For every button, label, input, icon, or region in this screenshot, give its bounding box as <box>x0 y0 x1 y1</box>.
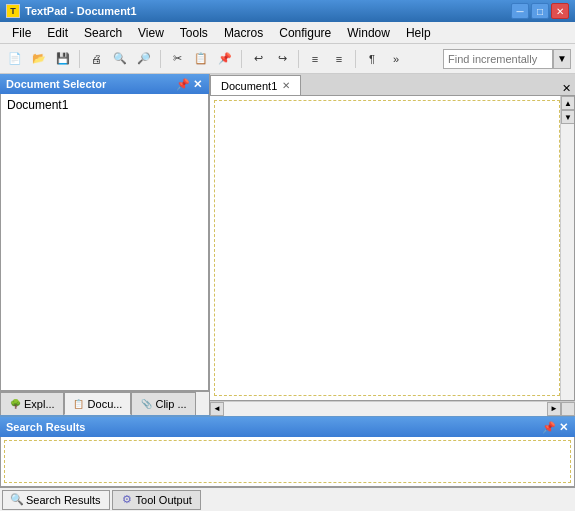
document-item[interactable]: Document1 <box>4 97 205 113</box>
tool-output-icon: ⚙ <box>121 494 133 506</box>
mark-button[interactable]: ¶ <box>361 48 383 70</box>
tab-tool-output[interactable]: ⚙ Tool Output <box>112 490 201 510</box>
tab-clipboard[interactable]: 📎 Clip ... <box>131 392 195 415</box>
app-icon: T <box>6 4 20 18</box>
save-button[interactable]: 💾 <box>52 48 74 70</box>
vertical-scrollbar[interactable]: ▲ ▼ <box>560 96 574 400</box>
menu-tools[interactable]: Tools <box>172 24 216 42</box>
minimize-button[interactable]: ─ <box>511 3 529 19</box>
pin-button[interactable]: 📌 <box>177 78 189 90</box>
explorer-icon: 🌳 <box>9 398 21 410</box>
more-button[interactable]: » <box>385 48 407 70</box>
copy-button[interactable]: 📋 <box>190 48 212 70</box>
toolbar-separator-3 <box>241 50 242 68</box>
h-scroll-track[interactable] <box>224 402 547 416</box>
main-area: Document Selector 📌 ✕ Document1 🌳 Expl..… <box>0 74 575 415</box>
close-button[interactable]: ✕ <box>551 3 569 19</box>
tab-clipboard-label: Clip ... <box>155 398 186 410</box>
print-preview-button[interactable]: 🔍 <box>109 48 131 70</box>
search-results-controls[interactable]: 📌 ✕ <box>543 421 569 433</box>
toolbar-separator-4 <box>298 50 299 68</box>
scroll-up-button[interactable]: ▲ <box>561 96 575 110</box>
window-title: TextPad - Document1 <box>25 5 137 17</box>
document-tabs: Document1 ✕ ✕ <box>210 74 575 96</box>
document-icon: 📋 <box>73 398 85 410</box>
align-right-button[interactable]: ≡ <box>328 48 350 70</box>
menu-help[interactable]: Help <box>398 24 439 42</box>
doc-tab-label: Document1 <box>221 80 277 92</box>
scroll-corner <box>561 402 575 416</box>
print-button[interactable]: 🖨 <box>85 48 107 70</box>
horizontal-scrollbar: ◄ ► <box>210 401 575 415</box>
right-panel: Document1 ✕ ✕ ▲ ▼ ◄ ► <box>210 74 575 415</box>
editor-area[interactable]: ▲ ▼ <box>210 96 575 401</box>
undo-button[interactable]: ↩ <box>247 48 269 70</box>
open-button[interactable]: 📂 <box>28 48 50 70</box>
tab-document-label: Docu... <box>88 398 123 410</box>
toolbar-separator-1 <box>79 50 80 68</box>
editor-margin <box>214 100 560 396</box>
tool-output-tab-label: Tool Output <box>136 494 192 506</box>
maximize-button[interactable]: □ <box>531 3 549 19</box>
doc-selector-content: Document1 <box>0 94 209 391</box>
menu-window[interactable]: Window <box>339 24 398 42</box>
search-results-icon: 🔍 <box>11 494 23 506</box>
search-results-content <box>0 437 575 487</box>
left-panel-tabs: 🌳 Expl... 📋 Docu... 📎 Clip ... <box>0 391 209 415</box>
search-results-tab-label: Search Results <box>26 494 101 506</box>
clipboard-icon: 📎 <box>140 398 152 410</box>
find-dropdown-button[interactable]: ▼ <box>553 49 571 69</box>
title-bar: T TextPad - Document1 ─ □ ✕ <box>0 0 575 22</box>
menu-macros[interactable]: Macros <box>216 24 271 42</box>
menu-edit[interactable]: Edit <box>39 24 76 42</box>
doc-selector-header: Document Selector 📌 ✕ <box>0 74 209 94</box>
bottom-section: Search Results 📌 ✕ 🔍 Search Results ⚙ To… <box>0 415 575 511</box>
menu-configure[interactable]: Configure <box>271 24 339 42</box>
left-panel: Document Selector 📌 ✕ Document1 🌳 Expl..… <box>0 74 210 415</box>
menu-view[interactable]: View <box>130 24 172 42</box>
doc-selector-title: Document Selector <box>6 78 106 90</box>
title-bar-left: T TextPad - Document1 <box>6 4 137 18</box>
cut-button[interactable]: ✂ <box>166 48 188 70</box>
scroll-right-button[interactable]: ► <box>547 402 561 416</box>
redo-button[interactable]: ↪ <box>271 48 293 70</box>
tab-explorer-label: Expl... <box>24 398 55 410</box>
new-button[interactable]: 📄 <box>4 48 26 70</box>
tab-explorer[interactable]: 🌳 Expl... <box>0 392 64 415</box>
search-results-header: Search Results 📌 ✕ <box>0 417 575 437</box>
panel-header-controls[interactable]: 📌 ✕ <box>177 78 203 90</box>
bottom-tabs: 🔍 Search Results ⚙ Tool Output <box>0 487 575 511</box>
search-toolbar-button[interactable]: 🔎 <box>133 48 155 70</box>
search-close-button[interactable]: ✕ <box>557 421 569 433</box>
window-controls[interactable]: ─ □ ✕ <box>511 3 569 19</box>
menu-bar: File Edit Search View Tools Macros Confi… <box>0 22 575 44</box>
doc-tab-close-button[interactable]: ✕ <box>282 80 290 91</box>
scroll-down-button[interactable]: ▼ <box>561 110 575 124</box>
tab-document[interactable]: 📋 Docu... <box>64 392 132 415</box>
toolbar-separator-5 <box>355 50 356 68</box>
search-pin-button[interactable]: 📌 <box>543 421 555 433</box>
document-tab-1[interactable]: Document1 ✕ <box>210 75 301 95</box>
menu-search[interactable]: Search <box>76 24 130 42</box>
menu-file[interactable]: File <box>4 24 39 42</box>
toolbar-separator-2 <box>160 50 161 68</box>
search-results-area <box>4 440 571 483</box>
toolbar: 📄 📂 💾 🖨 🔍 🔎 ✂ 📋 📌 ↩ ↪ ≡ ≡ ¶ » ▼ <box>0 44 575 74</box>
paste-button[interactable]: 📌 <box>214 48 236 70</box>
align-left-button[interactable]: ≡ <box>304 48 326 70</box>
find-input[interactable] <box>443 49 553 69</box>
find-toolbar: ▼ <box>443 49 571 69</box>
tab-search-results[interactable]: 🔍 Search Results <box>2 490 110 510</box>
panel-close-button[interactable]: ✕ <box>191 78 203 90</box>
search-results-title: Search Results <box>6 421 85 433</box>
panel-close-x[interactable]: ✕ <box>562 82 575 95</box>
scroll-left-button[interactable]: ◄ <box>210 402 224 416</box>
